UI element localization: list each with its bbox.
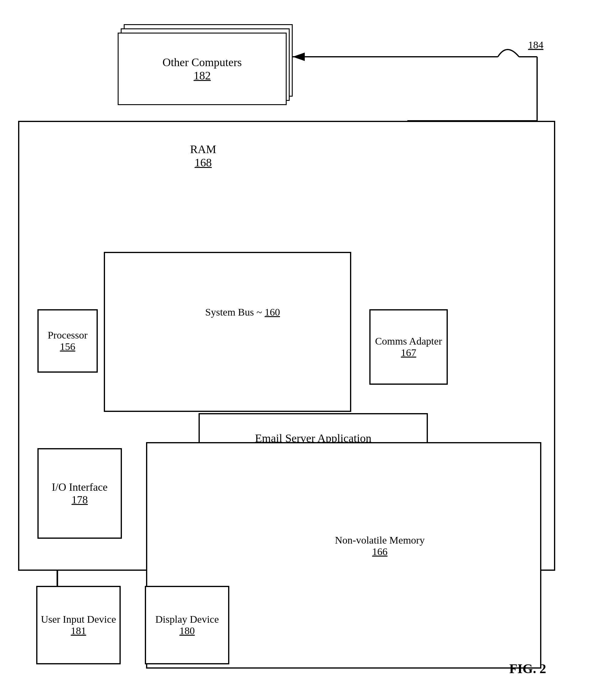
figure-label: FIG. 2 <box>509 661 546 677</box>
other-computers-number: 182 <box>194 69 211 82</box>
processor-box: Processor 156 <box>37 309 98 373</box>
uid-label: User Input Device <box>41 614 116 625</box>
comms-adapter-box: Comms Adapter 167 <box>369 309 448 385</box>
io-interface-number: 178 <box>71 494 88 506</box>
display-label: Display Device <box>155 614 219 625</box>
ram-number: 168 <box>195 156 212 169</box>
comms-adapter-number: 167 <box>401 347 416 359</box>
io-interface-box: I/O Interface 178 <box>37 448 122 539</box>
comms-adapter-label: Comms Adapter <box>375 335 442 347</box>
display-device-box: Display Device 180 <box>145 586 229 664</box>
ram-box: Email Server Application 407 Operating S… <box>104 252 351 412</box>
io-interface-label: I/O Interface <box>52 481 108 494</box>
system-bus-label: System Bus ~ 160 <box>205 306 280 318</box>
system-bus-number: 160 <box>265 306 280 318</box>
nvm-text: Non-volatile Memory <box>335 535 424 546</box>
other-computers-label: Other Computers <box>163 55 242 69</box>
nvm-number: 166 <box>372 546 387 557</box>
ram-text: RAM <box>190 143 216 155</box>
ram-label: RAM 168 <box>190 143 216 169</box>
user-input-device-box: User Input Device 181 <box>36 586 121 664</box>
nvm-label: Non-volatile Memory 166 <box>335 535 424 557</box>
other-computers-stack: Other Computers 182 <box>118 24 293 109</box>
diagram-container: 184 <box>18 12 570 686</box>
processor-number: 156 <box>60 341 75 353</box>
other-computers-box: Other Computers 182 <box>118 33 287 105</box>
computer-box: Email Server Application 407 Operating S… <box>18 121 555 571</box>
svg-text:184: 184 <box>528 39 544 50</box>
uid-number: 181 <box>71 625 86 637</box>
system-bus-text: System Bus ~ <box>205 306 262 318</box>
display-number: 180 <box>180 625 195 637</box>
processor-label: Processor <box>48 329 87 341</box>
